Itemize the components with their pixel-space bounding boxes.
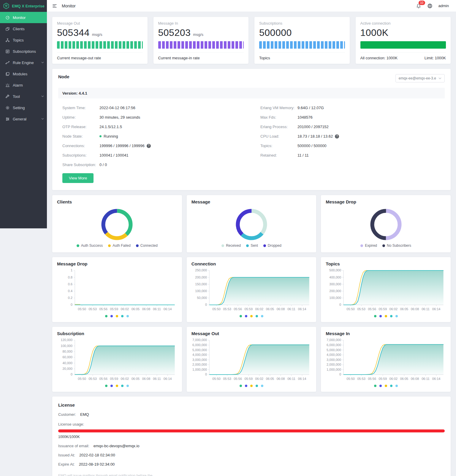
legend-item[interactable]: Sent	[246, 243, 258, 248]
sidebar-item-alarm[interactable]: Alarm	[0, 79, 47, 91]
node-detail-value: 1048576	[297, 115, 313, 120]
sidebar-toggle-icon[interactable]	[52, 4, 57, 8]
svg-text:06:14: 06:14	[298, 307, 306, 311]
legend-dot[interactable]	[126, 315, 129, 317]
legend-dot[interactable]	[256, 315, 258, 317]
legend-item[interactable]: Auth Success	[77, 243, 103, 248]
legend-dot[interactable]	[395, 315, 398, 317]
svg-text:06:08: 06:08	[411, 307, 419, 311]
node-selector[interactable]: emqx-ee@emqx-ee-3.e	[395, 74, 445, 82]
legend-dot	[108, 244, 111, 247]
svg-text:05:53: 05:53	[88, 377, 97, 381]
line-charts-row-2: Subscription020,00040,00060,00080,000100…	[52, 327, 451, 392]
legend-dot[interactable]	[390, 315, 392, 317]
svg-text:0: 0	[339, 373, 341, 376]
svg-text:0: 0	[71, 303, 72, 307]
legend-item[interactable]: Expired	[360, 243, 377, 248]
svg-text:05:53: 05:53	[223, 377, 231, 381]
legend-dot[interactable]	[379, 385, 382, 387]
legend-dot[interactable]	[240, 315, 242, 317]
legend-item[interactable]: Dropped	[263, 243, 281, 248]
legend-dot[interactable]	[105, 385, 107, 387]
sidebar-item-modules[interactable]: Modules	[0, 68, 47, 79]
node-detail-row: Uptime:30 minutes, 29 seconds	[62, 115, 243, 120]
svg-text:1,000,000: 1,000,000	[192, 368, 207, 371]
node-detail-value: 500000 / 500000	[297, 144, 327, 148]
legend-dot[interactable]	[245, 315, 247, 317]
legend-dot[interactable]	[116, 315, 118, 317]
user-menu[interactable]: admin	[438, 4, 449, 8]
chart-card-subscription-line: Subscription020,00040,00060,00080,000100…	[52, 327, 182, 392]
legend-dot	[136, 244, 139, 247]
legend-item[interactable]: Auth Failed	[108, 243, 131, 248]
stat-card-title: Message Out	[57, 21, 143, 26]
legend-dot[interactable]	[110, 315, 113, 317]
svg-text:3,000,000: 3,000,000	[327, 358, 341, 362]
legend-dot[interactable]	[374, 315, 376, 317]
legend-dot[interactable]	[250, 315, 253, 317]
legend-dot[interactable]	[256, 385, 258, 387]
legend-label: Expired	[365, 243, 377, 248]
legend-dot[interactable]	[121, 315, 124, 317]
legend-item[interactable]: Received	[221, 243, 241, 248]
language-button[interactable]	[427, 3, 433, 9]
node-detail-label: OTP Release:	[62, 125, 99, 129]
chart-legend-dots	[326, 383, 446, 389]
node-detail-value: 100041 / 100041	[99, 153, 129, 157]
sidebar-item-subscriptions[interactable]: Subscriptions	[0, 46, 47, 57]
message-pie-chart	[235, 208, 268, 241]
stat-card-footer: Current message-in rate	[158, 56, 200, 60]
node-detail-row: OTP Release:24.1.5/12.1.5	[62, 125, 243, 129]
legend-dot[interactable]	[390, 385, 392, 387]
view-more-button[interactable]: View More	[62, 173, 94, 183]
svg-text:120,000: 120,000	[61, 338, 72, 342]
svg-text:06:14: 06:14	[164, 307, 172, 311]
topics-line-chart: 0100,000200,000300,000400,000500,00005:5…	[326, 268, 446, 313]
legend-item[interactable]: Connected	[136, 243, 158, 248]
chart-title: Subscription	[57, 331, 177, 336]
node-detail-row: System Time:2022-04-12 06:17:56	[62, 106, 243, 110]
chart-title: Clients	[57, 199, 177, 204]
svg-text:06:11: 06:11	[287, 307, 295, 311]
svg-text:5,000,000: 5,000,000	[327, 348, 341, 352]
sidebar-item-general[interactable]: General	[0, 113, 47, 125]
sidebar-item-rule-engine[interactable]: Rule Engine	[0, 57, 47, 68]
notifications-button[interactable]: 10	[416, 3, 421, 9]
legend-dot[interactable]	[374, 385, 376, 387]
svg-text:200,000: 200,000	[195, 276, 207, 279]
app: EMQ X Enterprise MonitorClientsTopicsSub…	[0, 0, 456, 476]
svg-text:05:59: 05:59	[110, 307, 118, 311]
legend-item[interactable]: No Subscribers	[382, 243, 411, 248]
legend-dot[interactable]	[250, 385, 253, 387]
sidebar-item-setting[interactable]: Setting	[0, 102, 47, 113]
legend-dot[interactable]	[245, 385, 247, 387]
svg-text:2,000,000: 2,000,000	[327, 363, 341, 366]
svg-text:4,000,000: 4,000,000	[327, 353, 341, 356]
legend-dot	[263, 244, 266, 247]
legend-dot[interactable]	[110, 385, 113, 387]
node-detail-row: Erlang VM Memory:9.64G / 12.07G	[260, 106, 441, 110]
node-detail-row: Topics:500000 / 500000	[260, 144, 441, 148]
legend-dot[interactable]	[385, 385, 387, 387]
sidebar-item-tool[interactable]: Tool	[0, 91, 47, 102]
sidebar-item-monitor[interactable]: Monitor	[0, 12, 47, 23]
help-icon[interactable]: ?	[335, 134, 339, 138]
legend-dot[interactable]	[379, 315, 382, 317]
legend-dot[interactable]	[261, 315, 263, 317]
legend-dot[interactable]	[385, 315, 387, 317]
legend-dot[interactable]	[395, 385, 398, 387]
legend-dot[interactable]	[121, 385, 124, 387]
stat-card-unit: msg/s	[92, 32, 102, 37]
sidebar-item-topics[interactable]: Topics	[0, 34, 47, 46]
sidebar-item-label: General	[13, 117, 38, 121]
stat-card-message-out: Message Out505344msg/sCurrent message-ou…	[52, 17, 148, 64]
help-icon[interactable]: ?	[147, 144, 151, 148]
chart-title: Message Drop	[57, 261, 177, 266]
legend-dot[interactable]	[261, 385, 263, 387]
legend-dot[interactable]	[240, 385, 242, 387]
legend-dot[interactable]	[126, 385, 129, 387]
legend-dot[interactable]	[105, 315, 107, 317]
sidebar-item-clients[interactable]: Clients	[0, 23, 47, 34]
legend-dot[interactable]	[116, 385, 118, 387]
legend-dot	[77, 244, 79, 247]
